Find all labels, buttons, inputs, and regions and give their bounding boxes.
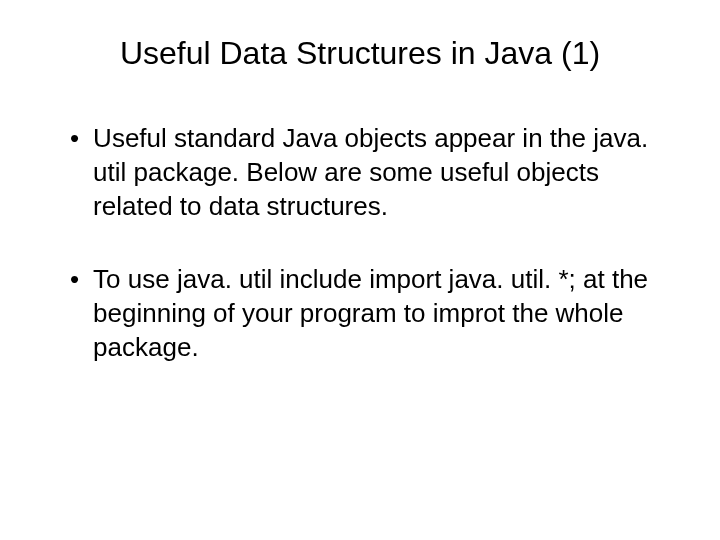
bullet-text: Useful standard Java objects appear in t… — [93, 122, 670, 223]
bullet-marker-icon: • — [70, 263, 79, 297]
bullet-marker-icon: • — [70, 122, 79, 156]
bullet-item: • Useful standard Java objects appear in… — [70, 122, 670, 223]
slide-content: • Useful standard Java objects appear in… — [50, 122, 670, 365]
slide-title: Useful Data Structures in Java (1) — [50, 35, 670, 72]
bullet-text: To use java. util include import java. u… — [93, 263, 670, 364]
bullet-item: • To use java. util include import java.… — [70, 263, 670, 364]
